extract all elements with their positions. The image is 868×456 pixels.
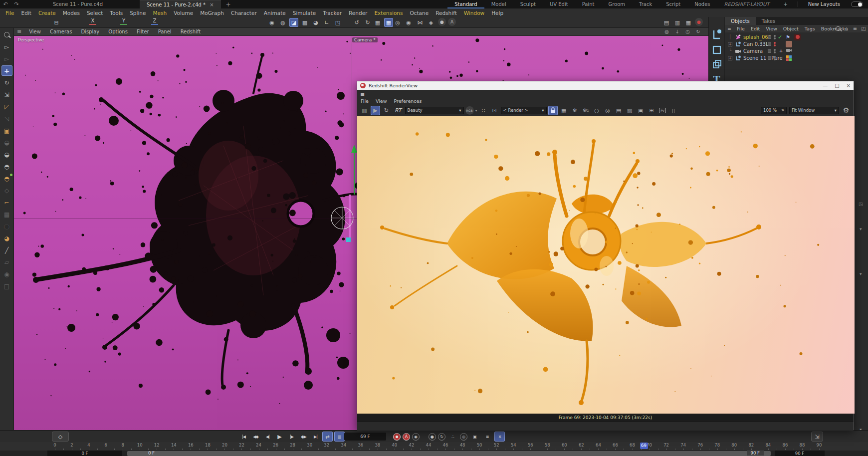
close-tab-icon[interactable]: × xyxy=(210,2,214,7)
menu-modes[interactable]: Modes xyxy=(59,10,83,16)
redo-cycle-icon[interactable]: ↻ xyxy=(363,18,372,27)
enable-checkbox[interactable] xyxy=(768,42,771,46)
mesh-check-icon[interactable]: ◕ xyxy=(1,233,12,243)
visibility-dots[interactable] xyxy=(774,42,776,46)
workplane-icon[interactable]: ⌐ xyxy=(1,197,12,208)
menu-simulate[interactable]: Simulate xyxy=(289,10,319,16)
layout-toggle[interactable] xyxy=(851,1,863,7)
expand-icon[interactable]: + xyxy=(728,42,732,46)
rgb-channel-icon[interactable]: RGB xyxy=(465,106,474,115)
redshift-renderview-window[interactable]: Redshift RenderView — □ × ≡ FileViewPref… xyxy=(357,81,854,430)
om-menu-object[interactable]: Object xyxy=(780,26,802,31)
start-render-icon[interactable]: ▥ xyxy=(360,106,369,115)
home-icon[interactable]: ⌂ xyxy=(844,26,850,32)
add-layout-icon[interactable]: + xyxy=(776,0,794,8)
om-menu-tags[interactable]: Tags xyxy=(802,26,818,31)
gear-icon[interactable]: ⚙ xyxy=(842,106,851,115)
object-name[interactable]: splash_060 xyxy=(743,34,771,40)
edit-render-settings-icon[interactable]: ▦ xyxy=(684,18,693,27)
new-tab-icon[interactable]: + xyxy=(226,1,231,8)
dome-grid-icon[interactable]: ▦ xyxy=(559,106,569,115)
display-tag-icon[interactable] xyxy=(786,55,792,61)
menu-render[interactable]: Render xyxy=(345,10,371,16)
rv-menu-view[interactable]: View xyxy=(372,98,391,104)
bucket-render-icon[interactable]: ∷ xyxy=(479,106,488,115)
layout-tab-nodes[interactable]: Nodes xyxy=(687,0,717,8)
autokey-icon[interactable]: A xyxy=(403,433,410,441)
generic-tag-icon[interactable] xyxy=(786,41,792,47)
viewport-menu-redshift[interactable]: Redshift xyxy=(176,29,206,34)
object-name[interactable]: Can 0.33L xyxy=(743,41,768,47)
sphere-icon[interactable]: ◕ xyxy=(311,18,320,27)
freeze-icon[interactable]: ❄ xyxy=(570,106,580,115)
volume-mode-icon[interactable]: ◇ xyxy=(1,185,12,196)
loop-playback-icon[interactable]: ⇄ xyxy=(322,432,333,442)
reload-icon[interactable]: ↻ xyxy=(695,28,701,35)
menu-spline[interactable]: Spline xyxy=(126,10,149,16)
move-icon[interactable]: + xyxy=(1,65,12,76)
enable-checkbox[interactable] xyxy=(768,35,771,39)
visibility-dots[interactable] xyxy=(774,56,776,60)
object-row-camera[interactable]: └Camera+ xyxy=(725,47,868,54)
snap-toggle-icon[interactable]: × xyxy=(494,432,505,442)
timeline-ruler[interactable]: 0246810121416182022242628303234363840424… xyxy=(0,442,868,451)
tweak-icon[interactable]: ▣ xyxy=(1,125,12,136)
menu-create[interactable]: Create xyxy=(35,10,59,16)
menu-character[interactable]: Character xyxy=(227,10,260,16)
document-tab-2[interactable]: Scene 11 - Pure-2.c4d * × xyxy=(140,0,221,8)
octane-icon[interactable]: ● xyxy=(438,18,446,26)
layout-tab-model[interactable]: Model xyxy=(484,0,513,8)
viewport-menu-options[interactable]: Options xyxy=(104,29,132,34)
menu-edit[interactable]: Edit xyxy=(18,10,35,16)
points-mode-icon[interactable]: ◒ xyxy=(1,149,12,160)
play-icon[interactable]: ▶ xyxy=(274,432,285,442)
cube-icon[interactable]: ▩ xyxy=(300,18,309,27)
chevron-down-icon[interactable]: ▾ xyxy=(860,227,862,231)
rgb-dropdown-icon[interactable]: ▾ xyxy=(475,108,477,113)
plane-icon[interactable]: ◳ xyxy=(333,18,342,27)
menu-tracker[interactable]: Tracker xyxy=(319,10,345,16)
content-browser-icon[interactable]: ● xyxy=(1,221,12,231)
plane-cut-icon[interactable]: ▱ xyxy=(1,257,12,267)
zoom-field[interactable]: 100 %⇅ xyxy=(761,107,787,114)
object-row-can-0-33l[interactable]: +Can 0.33L xyxy=(725,40,868,47)
object-name[interactable]: Scene 11 - Pure xyxy=(743,55,783,61)
viewport-menu-display[interactable]: Display xyxy=(76,29,104,34)
crosshair-icon[interactable]: + xyxy=(778,48,784,54)
record-position-icon[interactable]: ● xyxy=(429,433,436,441)
object-name[interactable]: Camera xyxy=(743,48,763,54)
record-rotation-icon[interactable]: ↻ xyxy=(438,433,445,441)
axis-lock-z[interactable]: Z xyxy=(150,18,160,26)
undo-cycle-icon[interactable]: ↺ xyxy=(352,18,361,27)
layout-tab-redshift-layout[interactable]: REDSHIFT-LAYOUT xyxy=(717,0,777,8)
layout-tab-track[interactable]: Track xyxy=(632,0,659,8)
layout-tab-script[interactable]: Script xyxy=(659,0,687,8)
knife-icon[interactable]: ╱ xyxy=(1,245,12,255)
timeline-playhead[interactable]: 69 xyxy=(640,443,648,449)
object-row-scene-11-pure[interactable]: +Scene 11 - Pure xyxy=(725,54,868,61)
range-end-field[interactable]: 90 F xyxy=(775,451,825,456)
grid-snap-icon[interactable]: ▦ xyxy=(373,18,382,27)
keyframe-icon[interactable]: ◇ xyxy=(52,432,69,442)
uv-mode-icon[interactable]: ▦ xyxy=(1,209,12,220)
make-editable-icon[interactable]: ◒ xyxy=(1,137,12,148)
om-menu-file[interactable]: File xyxy=(734,26,748,31)
layout-tab-uv-edit[interactable]: UV Edit xyxy=(543,0,575,8)
polygons-mode-icon[interactable]: ◓ xyxy=(1,173,12,184)
menu-volume[interactable]: Volume xyxy=(170,10,197,16)
new-layouts-link[interactable]: New Layouts xyxy=(801,0,847,8)
preview-range-bar[interactable]: 0 F 90 F xyxy=(127,451,771,456)
rect-selection-icon[interactable]: ▻ xyxy=(1,53,12,64)
prev-key-icon[interactable]: ◀◆ xyxy=(250,432,261,442)
check-icon[interactable]: ✓ xyxy=(778,34,782,40)
rv-menu-file[interactable]: File xyxy=(357,98,372,104)
tab-takes[interactable]: Takes xyxy=(756,17,781,25)
visibility-dots[interactable] xyxy=(774,35,776,39)
goto-start-icon[interactable]: |◀ xyxy=(238,432,249,442)
menu-tools[interactable]: Tools xyxy=(106,10,126,16)
expand-icon[interactable]: ◰ xyxy=(861,26,867,32)
spline-pen-icon[interactable] xyxy=(712,29,722,41)
layout-tab-standard[interactable]: Standard xyxy=(447,0,484,8)
capsule-icon[interactable]: ◍ xyxy=(278,18,287,27)
next-key-icon[interactable]: ◆▶ xyxy=(298,432,309,442)
